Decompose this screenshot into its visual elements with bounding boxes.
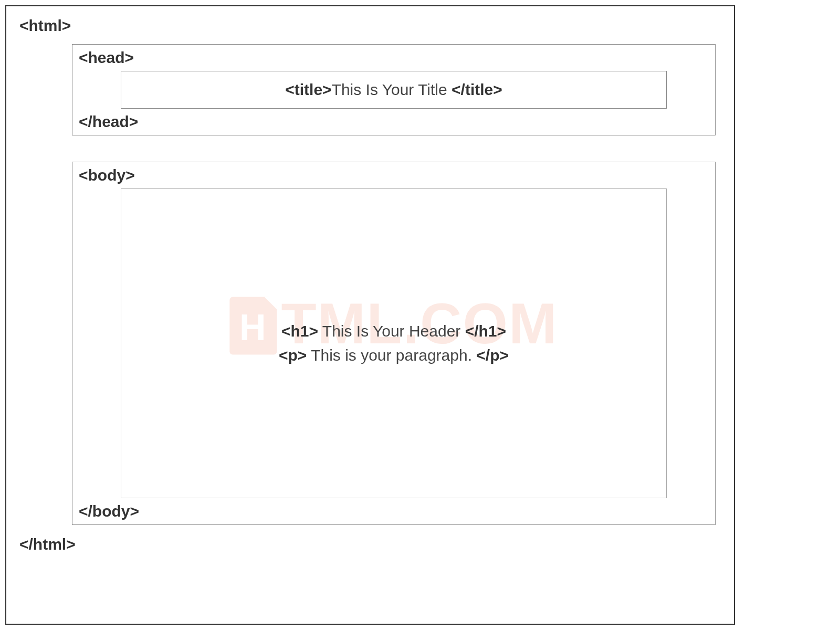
body-open-tag: <body> <box>79 166 709 184</box>
paragraph-text: This is your paragraph. <box>307 346 476 364</box>
title-close-tag: </title> <box>452 81 502 98</box>
body-content-box: TML.COM <h1> This Is Your Header </h1> <… <box>121 188 667 498</box>
p-line: <p> This is your paragraph. </p> <box>279 346 509 364</box>
html-open-tag: <html> <box>19 17 721 35</box>
html-structure-diagram: <html> <head> <title>This Is Your Title … <box>5 5 735 625</box>
p-close-tag: </p> <box>476 346 509 364</box>
body-close-tag: </body> <box>79 502 709 520</box>
h1-open-tag: <h1> <box>281 322 318 340</box>
h1-line: <h1> This Is Your Header </h1> <box>281 322 506 340</box>
head-close-tag: </head> <box>79 113 709 131</box>
html-close-tag: </html> <box>19 536 721 553</box>
title-open-tag: <title> <box>285 81 331 98</box>
head-open-tag: <head> <box>79 49 709 67</box>
header-text: This Is Your Header <box>318 322 465 340</box>
h1-close-tag: </h1> <box>465 322 506 340</box>
html-logo-icon <box>229 297 277 354</box>
title-text: This Is Your Title <box>332 81 452 98</box>
p-open-tag: <p> <box>279 346 307 364</box>
head-box: <head> <title>This Is Your Title </title… <box>72 44 716 135</box>
title-box: <title>This Is Your Title </title> <box>121 71 667 109</box>
body-box: <body> TML.COM <h1> This Is Your Header … <box>72 162 716 525</box>
